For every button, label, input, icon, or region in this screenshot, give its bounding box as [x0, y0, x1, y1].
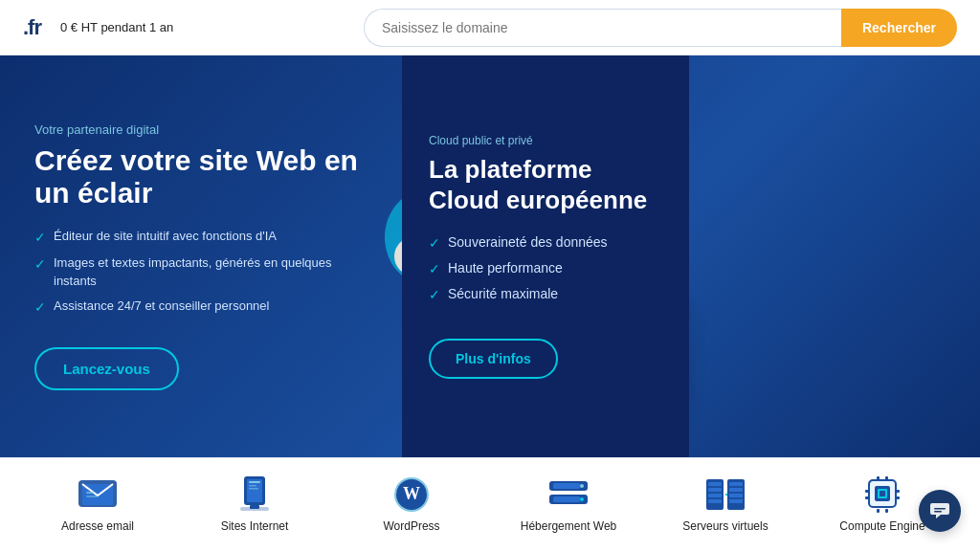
svg-rect-10 — [249, 488, 258, 490]
svg-rect-44 — [885, 509, 888, 513]
svg-rect-30 — [729, 494, 743, 497]
nav-label-email: Adresse email — [61, 519, 134, 533]
nav-item-hosting[interactable]: Hébergement Web — [490, 468, 647, 542]
svg-rect-37 — [865, 490, 869, 493]
hero-right-title: La plateforme Cloud européenne — [429, 155, 662, 214]
hosting-icon — [547, 477, 590, 512]
server-icon — [704, 477, 746, 512]
hero-cta-button[interactable]: Lancez-vous — [34, 347, 179, 390]
nav-item-sites[interactable]: Sites Internet — [176, 468, 333, 542]
svg-rect-12 — [250, 505, 259, 509]
svg-rect-45 — [934, 508, 946, 510]
chat-icon — [929, 500, 950, 521]
cloud-cta-button[interactable]: Plus d'infos — [429, 339, 558, 379]
svg-rect-42 — [885, 476, 888, 480]
email-icon — [77, 477, 119, 512]
nav-label-sites: Sites Internet — [221, 519, 289, 533]
svg-rect-5 — [86, 496, 98, 497]
check-icon-1: ✓ — [34, 229, 46, 248]
check-icon-2: ✓ — [34, 255, 46, 275]
svg-rect-26 — [708, 499, 722, 503]
nav-item-servers[interactable]: Serveurs virtuels — [647, 468, 804, 542]
svg-rect-25 — [708, 494, 722, 497]
nav-label-hosting: Hébergement Web — [521, 519, 617, 533]
check-icon-cloud-3: ✓ — [429, 287, 440, 302]
cloud-feature-2: ✓ Haute performance — [429, 260, 662, 276]
nav-item-wordpress[interactable]: W WordPress — [333, 468, 490, 542]
svg-rect-17 — [553, 483, 580, 489]
svg-rect-38 — [865, 496, 869, 499]
svg-rect-29 — [729, 488, 743, 492]
hero-right-features-list: ✓ Souveraineté des données ✓ Haute perfo… — [429, 234, 662, 312]
svg-rect-23 — [708, 482, 722, 486]
svg-rect-36 — [880, 491, 885, 496]
svg-text:W: W — [403, 484, 420, 503]
check-icon-cloud-1: ✓ — [429, 235, 440, 251]
check-icon-3: ✓ — [34, 298, 46, 318]
top-bar: .fr 0 € HT pendant 1 an Rechercher — [0, 0, 980, 55]
svg-rect-43 — [877, 509, 880, 513]
search-button[interactable]: Rechercher — [841, 9, 957, 47]
bottom-nav: Adresse email Sites Internet W Word — [0, 457, 980, 551]
check-icon-cloud-2: ✓ — [429, 261, 440, 276]
hero-section: Votre partenaire digital Créez votre sit… — [0, 55, 980, 457]
cloud-feature-1: ✓ Souveraineté des données — [429, 234, 662, 251]
svg-rect-9 — [249, 485, 256, 487]
nav-item-email[interactable]: Adresse email — [19, 468, 176, 542]
svg-rect-8 — [249, 481, 260, 483]
svg-rect-40 — [896, 496, 900, 499]
svg-rect-4 — [86, 492, 94, 494]
svg-rect-39 — [896, 490, 900, 493]
compute-icon — [861, 477, 903, 512]
svg-rect-46 — [934, 511, 942, 513]
cloud-feature-3: ✓ Sécurité maximale — [429, 286, 662, 302]
sites-icon — [234, 477, 276, 512]
svg-rect-28 — [729, 482, 743, 486]
chat-bubble[interactable] — [919, 490, 961, 532]
svg-rect-24 — [708, 488, 722, 492]
nav-label-servers: Serveurs virtuels — [682, 519, 768, 533]
search-bar: Rechercher — [364, 9, 957, 47]
hero-right-panel: Cloud public et privé La plateforme Clou… — [402, 55, 689, 457]
nav-label-wordpress: WordPress — [383, 519, 439, 533]
search-input[interactable] — [364, 9, 841, 47]
hero-right-subtitle: Cloud public et privé — [429, 134, 662, 147]
svg-rect-31 — [729, 499, 743, 503]
logo: .fr — [23, 15, 41, 40]
svg-rect-41 — [877, 476, 880, 480]
svg-rect-20 — [553, 496, 580, 502]
svg-point-18 — [580, 484, 584, 488]
svg-point-21 — [580, 497, 584, 501]
promo-text: 0 € HT pendant 1 an — [60, 20, 173, 34]
nav-label-compute: Compute Engine — [839, 519, 924, 533]
wordpress-icon: W — [390, 477, 433, 512]
